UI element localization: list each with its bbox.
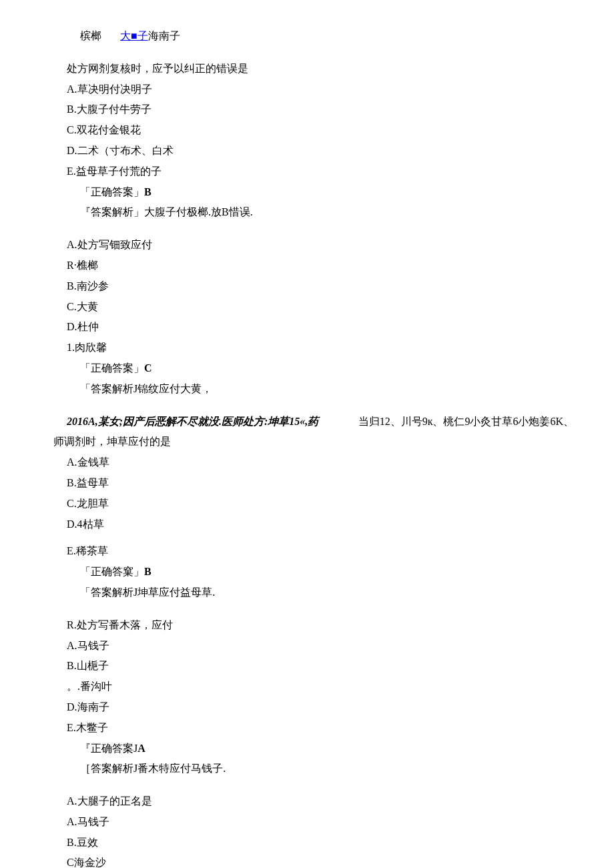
q2-answer-value: C xyxy=(144,362,152,374)
q3-stem-right: 当归12、川号9к、桃仁9小灸甘草6小炮姜6K、 xyxy=(358,412,574,432)
q3-explanation: 「答案解析J坤草应付益母草. xyxy=(40,583,574,602)
q4-answer: 『正确答案JA xyxy=(40,739,574,759)
q4-answer-value: A xyxy=(137,743,145,754)
q5-option-b: B.豆效 xyxy=(40,833,574,853)
q4-option-a: A.马钱子 xyxy=(40,636,574,656)
q3-option-a: A.金钱草 xyxy=(40,453,574,472)
q1-option-e: E.益母草子付荒的子 xyxy=(40,162,574,181)
header-link[interactable]: 大■子 xyxy=(120,30,148,41)
q1-answer-value: B xyxy=(144,186,151,197)
q2-option-d: D.杜仲 xyxy=(40,318,574,337)
q2-answer-label: 「正确答案」 xyxy=(80,362,144,374)
q2-option-1: 1.肉欣馨 xyxy=(40,338,574,358)
q4-stem: R.处方写番木落，应付 xyxy=(40,616,574,635)
q3-answer-value: B xyxy=(144,566,151,577)
q3-option-d: D.4枯草 xyxy=(40,515,574,534)
q4-option-b: B.山梔子 xyxy=(40,657,574,676)
q3-answer-label: 「正确答窠」 xyxy=(80,566,144,577)
q2-option-r: R·樵榔 xyxy=(40,256,574,276)
q1-explanation: 『答案解析」大腹子付极榔.放B惜误. xyxy=(40,203,574,222)
q3-stem-2: 师调剂时，坤草应付的是 xyxy=(40,432,574,452)
q2-explanation: 「答案解析J锦纹应付大黄， xyxy=(40,380,574,399)
q1-option-a: A.草决明付决明子 xyxy=(40,80,574,99)
q1-option-c: C.双花付金银花 xyxy=(40,121,574,140)
q3-stem-row: 2016A,某女;因产后恶解不尽就没.医师处方:坤草15«,药 当归12、川号9… xyxy=(40,412,574,432)
header-line: 槟榔 大■子海南子 xyxy=(40,27,574,46)
q4-explanation: ［答案解析J番木特应付马钱子. xyxy=(40,759,574,779)
q4-option-d: D.海南子 xyxy=(40,698,574,717)
q4-answer-label: 『正确答案J xyxy=(80,743,137,754)
q5-stem: A.大腿子的正名是 xyxy=(40,792,574,811)
q3-stem-left: 2016A,某女;因产后恶解不尽就没.医师处方:坤草15«,药 xyxy=(67,412,318,432)
q3-option-b: B.益母草 xyxy=(40,474,574,493)
header-text-1: 槟榔 xyxy=(80,30,101,41)
q1-answer-label: 「正确答案」 xyxy=(80,186,144,197)
q2-option-b: B.南沙参 xyxy=(40,277,574,296)
q3-option-c: C.龙胆草 xyxy=(40,494,574,514)
q2-answer: 「正确答案」C xyxy=(40,359,574,378)
q4-option-e: E.木鳖子 xyxy=(40,719,574,738)
q5-option-c: C海金沙 xyxy=(40,853,574,868)
q1-option-b: B.大腹子付牛劳子 xyxy=(40,100,574,119)
q1-stem: 处方网剂复核时，应予以纠正的错误是 xyxy=(40,59,574,79)
q3-answer: 「正确答窠」B xyxy=(40,562,574,582)
q2-option-c: C.大黄 xyxy=(40,298,574,317)
q1-answer: 「正确答案」B xyxy=(40,183,574,202)
header-text-2: 海南子 xyxy=(148,30,180,41)
q5-option-a: A.马钱子 xyxy=(40,813,574,832)
q3-option-e: E.稀茶草 xyxy=(40,542,574,561)
q4-option-c: 。.番沟叶 xyxy=(40,677,574,697)
q1-option-d: D.二术（寸布术、白术 xyxy=(40,141,574,161)
q2-stem: A.处方写钿致应付 xyxy=(40,236,574,255)
